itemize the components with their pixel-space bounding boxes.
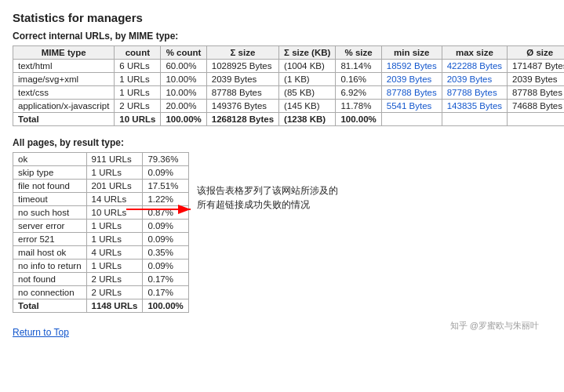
- mime-cell: [442, 113, 507, 126]
- result-pct-cell: 0.09%: [143, 166, 188, 180]
- mime-cell: 6.92%: [336, 86, 381, 100]
- mime-cell: 20.00%: [161, 100, 206, 113]
- result-count-cell: 4 URLs: [86, 246, 143, 260]
- mime-table-row: text/html6 URLs60.00%1028925 Bytes(1004 …: [13, 60, 565, 73]
- col-header-sigma-size: Σ size: [206, 46, 278, 60]
- mime-cell[interactable]: 2039 Bytes: [381, 73, 442, 86]
- result-pct-cell: 0.09%: [143, 260, 188, 273]
- mime-cell: 171487 Bytes: [508, 60, 564, 73]
- mime-cell[interactable]: 143835 Bytes: [442, 100, 507, 113]
- result-count-cell: 201 URLs: [86, 180, 143, 193]
- result-count-cell: 911 URLs: [86, 153, 143, 166]
- result-pct-cell: 79.36%: [143, 153, 188, 166]
- col-header-avg-size: Ø size: [508, 46, 564, 60]
- result-pct-cell: 0.09%: [143, 233, 188, 246]
- mime-cell[interactable]: 87788 Bytes: [442, 86, 507, 100]
- result-type-cell: error 521: [13, 233, 87, 246]
- mime-cell: (1 KB): [279, 73, 336, 86]
- result-type-cell: Total: [13, 299, 87, 313]
- mime-cell: 100.00%: [161, 113, 206, 126]
- result-table-row: no connection2 URLs0.17%: [13, 286, 189, 299]
- mime-cell: [381, 113, 442, 126]
- mime-table-row: text/css1 URLs10.00%87788 Bytes(85 KB)6.…: [13, 86, 565, 100]
- result-count-cell: 1 URLs: [86, 166, 143, 180]
- result-table-row: error 5211 URLs0.09%: [13, 233, 189, 246]
- mime-cell: text/html: [13, 60, 115, 73]
- mime-cell: (1004 KB): [279, 60, 336, 73]
- result-table: ok911 URLs79.36%skip type1 URLs0.09%file…: [13, 152, 189, 313]
- mime-cell: 149376 Bytes: [206, 100, 278, 113]
- result-type-cell: ok: [13, 153, 87, 166]
- result-count-cell: 1 URLs: [86, 220, 143, 233]
- result-count-cell: 1148 URLs: [86, 299, 143, 313]
- result-type-cell: not found: [13, 273, 87, 286]
- mime-cell: 0.16%: [336, 73, 381, 86]
- mime-cell: 1268128 Bytes: [206, 113, 278, 126]
- mime-cell: Total: [13, 113, 115, 126]
- mime-cell: text/css: [13, 86, 115, 100]
- mime-cell[interactable]: 87788 Bytes: [381, 86, 442, 100]
- mime-cell: 81.14%: [336, 60, 381, 73]
- mime-cell[interactable]: 18592 Bytes: [381, 60, 442, 73]
- col-header-sigma-size-kb: Σ size (KB): [279, 46, 336, 60]
- col-header-pct-size: % size: [336, 46, 381, 60]
- mime-table-row: Total10 URLs100.00%1268128 Bytes(1238 KB…: [13, 113, 565, 126]
- annotation-block: 该报告表格罗列了该网站所涉及的所有超链接成功失败的情况: [197, 183, 338, 212]
- result-count-cell: 1 URLs: [86, 260, 143, 273]
- mime-cell: 60.00%: [161, 60, 206, 73]
- result-pct-cell: 0.09%: [143, 220, 188, 233]
- mime-cell: application/x-javascript: [13, 100, 115, 113]
- result-type-cell: no such host: [13, 206, 87, 220]
- result-table-row: Total1148 URLs100.00%: [13, 299, 189, 313]
- mime-cell: (85 KB): [279, 86, 336, 100]
- result-pct-cell: 17.51%: [143, 180, 188, 193]
- mime-cell: 11.78%: [336, 100, 381, 113]
- result-pct-cell: 0.35%: [143, 246, 188, 260]
- mime-cell: 2039 Bytes: [508, 73, 564, 86]
- result-table-row: mail host ok4 URLs0.35%: [13, 246, 189, 260]
- mime-cell: 2 URLs: [115, 100, 161, 113]
- result-type-cell: mail host ok: [13, 246, 87, 260]
- mime-cell: 2039 Bytes: [206, 73, 278, 86]
- mime-cell: 1 URLs: [115, 73, 161, 86]
- result-table-row: skip type1 URLs0.09%: [13, 166, 189, 180]
- section1-title: Correct internal URLs, by MIME type:: [13, 31, 551, 42]
- mime-cell: 74688 Bytes: [508, 100, 564, 113]
- arrow-icon: [126, 198, 197, 221]
- mime-cell: 10.00%: [161, 86, 206, 100]
- mime-cell: 87788 Bytes: [508, 86, 564, 100]
- mime-cell: 6 URLs: [115, 60, 161, 73]
- result-table-row: not found2 URLs0.17%: [13, 273, 189, 286]
- mime-cell[interactable]: 422288 Bytes: [442, 60, 507, 73]
- mime-cell: (1238 KB): [279, 113, 336, 126]
- mime-cell: 10.00%: [161, 73, 206, 86]
- mime-cell: 1 URLs: [115, 86, 161, 100]
- col-header-min-size: min size: [381, 46, 442, 60]
- result-type-cell: skip type: [13, 166, 87, 180]
- section2-title: All pages, by result type:: [13, 137, 551, 148]
- mime-cell: (145 KB): [279, 100, 336, 113]
- col-header-mime: MIME type: [13, 46, 115, 60]
- col-header-max-size: max size: [442, 46, 507, 60]
- result-pct-cell: 0.17%: [143, 273, 188, 286]
- result-type-cell: server error: [13, 220, 87, 233]
- mime-cell: 1028925 Bytes: [206, 60, 278, 73]
- page-title: Statistics for managers: [13, 11, 551, 24]
- col-header-count: count: [115, 46, 161, 60]
- result-pct-cell: 100.00%: [143, 299, 188, 313]
- annotation-text: 该报告表格罗列了该网站所涉及的所有超链接成功失败的情况: [197, 183, 338, 212]
- result-count-cell: 1 URLs: [86, 233, 143, 246]
- mime-cell[interactable]: 2039 Bytes: [442, 73, 507, 86]
- result-table-row: ok911 URLs79.36%: [13, 153, 189, 166]
- mime-cell: 87788 Bytes: [206, 86, 278, 100]
- mime-table: MIME type count % count Σ size Σ size (K…: [13, 45, 564, 126]
- mime-cell: 10 URLs: [115, 113, 161, 126]
- mime-cell: image/svg+xml: [13, 73, 115, 86]
- result-type-cell: file not found: [13, 180, 87, 193]
- mime-table-row: image/svg+xml1 URLs10.00%2039 Bytes(1 KB…: [13, 73, 565, 86]
- mime-cell[interactable]: 5541 Bytes: [381, 100, 442, 113]
- result-table-row: server error1 URLs0.09%: [13, 220, 189, 233]
- result-count-cell: 2 URLs: [86, 273, 143, 286]
- col-header-pct-count: % count: [161, 46, 206, 60]
- result-table-row: no info to return1 URLs0.09%: [13, 260, 189, 273]
